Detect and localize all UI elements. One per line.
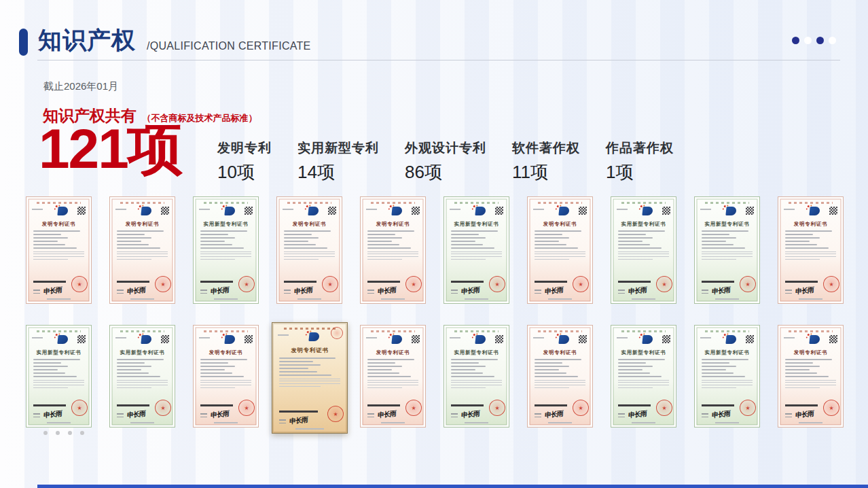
signature-label-placeholder — [618, 288, 625, 294]
text-line-placeholder — [702, 366, 736, 367]
slide-indicator-dot[interactable] — [792, 37, 799, 44]
certificate-bold-bar — [535, 281, 567, 283]
qr-code-icon — [829, 207, 837, 215]
red-seal-icon — [489, 276, 505, 292]
text-line-placeholder — [451, 259, 486, 260]
cnipa-logo-icon — [391, 335, 402, 344]
certificate-ornament — [454, 202, 499, 204]
certificate-number-placeholder — [617, 337, 628, 338]
carousel-dot[interactable] — [43, 431, 48, 435]
certificate-title: 实用新型专利证书 — [617, 220, 669, 227]
red-seal-icon — [489, 400, 505, 416]
certificate-footer-line — [295, 428, 323, 430]
certificate-thumbnail[interactable]: 发明专利证书 申长雨 — [109, 196, 175, 304]
text-line-placeholder — [367, 387, 402, 388]
certificate-row-1: 发明专利证书 申长雨 — [26, 196, 844, 304]
certificate-text-lines — [451, 230, 502, 249]
signature-label-placeholder — [535, 288, 541, 294]
signature: 申长雨 — [211, 285, 229, 297]
certificate-thumbnail[interactable]: 发明专利证书 申长雨 — [360, 196, 426, 304]
certificate-thumbnail[interactable]: 发明专利证书 申长雨 — [26, 196, 92, 304]
carousel-dot[interactable] — [56, 431, 60, 435]
text-line-placeholder — [33, 256, 84, 257]
text-line-placeholder — [284, 244, 316, 245]
qr-code-icon — [412, 335, 420, 343]
carousel-dot[interactable] — [68, 431, 72, 435]
text-line-placeholder — [33, 380, 84, 381]
text-line-placeholder — [535, 376, 578, 377]
text-line-placeholder — [367, 385, 418, 385]
text-line-placeholder — [367, 237, 402, 239]
text-line-placeholder — [785, 254, 836, 254]
slide-indicator-dot[interactable] — [804, 37, 812, 44]
certificate-paragraph-lines — [367, 251, 418, 260]
certificate-bold-bar — [785, 404, 818, 406]
qr-code-icon — [245, 207, 253, 215]
certificate-thumbnail[interactable]: 发明专利证书 申长雨 — [527, 196, 593, 304]
text-line-placeholder — [117, 372, 149, 374]
certificate-paragraph-lines — [535, 380, 585, 388]
certificate-ornament — [454, 330, 499, 332]
certificate-thumbnail[interactable]: 发明专利证书 申长雨 — [527, 325, 593, 428]
certificate-paragraph-lines — [367, 380, 418, 388]
certificate-thumbnail[interactable]: 实用新型专利证书 申长雨 — [694, 325, 760, 428]
certificate-header — [32, 335, 86, 347]
stat-label: 软件著作权 — [512, 139, 580, 157]
certificate-thumbnail[interactable]: 发明专利证书 申长雨 — [778, 325, 844, 428]
cnipa-logo-icon — [141, 207, 151, 215]
certificate-thumbnail[interactable]: 实用新型专利证书 申长雨 — [694, 196, 760, 304]
text-line-placeholder — [117, 385, 168, 385]
signature-label-placeholder — [367, 412, 374, 417]
certificate-thumbnail[interactable]: 发明专利证书 申长雨 — [193, 325, 259, 428]
text-line-placeholder — [702, 241, 726, 242]
certificate-header — [533, 207, 587, 218]
text-line-placeholder — [535, 366, 569, 367]
certificate-ornament — [705, 202, 749, 204]
certificate-thumbnail[interactable]: 实用新型专利证书 申长雨 — [193, 196, 259, 304]
certificate-thumbnail[interactable]: 实用新型专利证书 申长雨 — [26, 325, 92, 428]
text-line-placeholder — [367, 382, 418, 383]
slide-indicator-dot[interactable] — [829, 37, 836, 44]
certificate-thumbnail[interactable]: 实用新型专利证书 申长雨 — [109, 325, 175, 428]
certificate-title: 发明专利证书 — [279, 347, 340, 355]
certificate-thumbnail[interactable]: 实用新型专利证书 申长雨 — [611, 325, 676, 428]
carousel-dot[interactable] — [80, 431, 84, 435]
text-line-placeholder — [618, 380, 669, 381]
text-line-placeholder — [535, 387, 569, 388]
certificate-ornament — [538, 202, 582, 204]
text-line-placeholder — [33, 385, 84, 385]
certificate-thumbnail[interactable]: 发明专利证书 申长雨 — [276, 196, 342, 304]
text-line-placeholder — [200, 244, 232, 245]
certificate-title: 实用新型专利证书 — [33, 349, 84, 355]
certificate-thumbnail[interactable]: 发明专利证书 申长雨 — [272, 322, 348, 434]
certificate-header — [199, 207, 253, 218]
certificate-header — [366, 207, 420, 218]
certificate-header — [617, 335, 670, 347]
certificate-text-lines — [785, 230, 836, 249]
text-line-placeholder — [785, 369, 810, 370]
certificate-thumbnail[interactable]: 实用新型专利证书 申长雨 — [444, 196, 509, 304]
certificate-paragraph-lines — [785, 380, 836, 388]
certificate-title: 发明专利证书 — [116, 220, 168, 227]
certificate-footer-line — [214, 422, 238, 423]
slide-indicator-dot[interactable] — [816, 37, 824, 44]
certificate-thumbnail[interactable]: 实用新型专利证书 申长雨 — [611, 196, 676, 304]
signature-label-placeholder — [117, 412, 124, 417]
text-line-placeholder — [702, 382, 753, 383]
cnipa-logo-icon — [642, 335, 653, 344]
certificate-text-lines — [117, 230, 168, 249]
certificate-footer-line — [214, 298, 238, 300]
text-line-placeholder — [535, 234, 562, 235]
certificate-thumbnail[interactable]: 实用新型专利证书 申长雨 — [444, 325, 509, 428]
qr-code-icon — [579, 207, 587, 215]
certificate-bold-bar — [117, 281, 149, 283]
certificate-thumbnail[interactable]: 发明专利证书 申长雨 — [360, 325, 426, 428]
certificate-header — [278, 332, 342, 344]
text-line-placeholder — [117, 362, 145, 364]
certificate-thumbnail[interactable]: 发明专利证书 申长雨 — [778, 196, 844, 304]
text-line-placeholder — [702, 230, 748, 232]
certificate-bold-bar — [200, 281, 233, 283]
text-line-placeholder — [33, 251, 84, 252]
text-line-placeholder — [200, 237, 235, 239]
certificate-bold-bar — [702, 281, 734, 283]
